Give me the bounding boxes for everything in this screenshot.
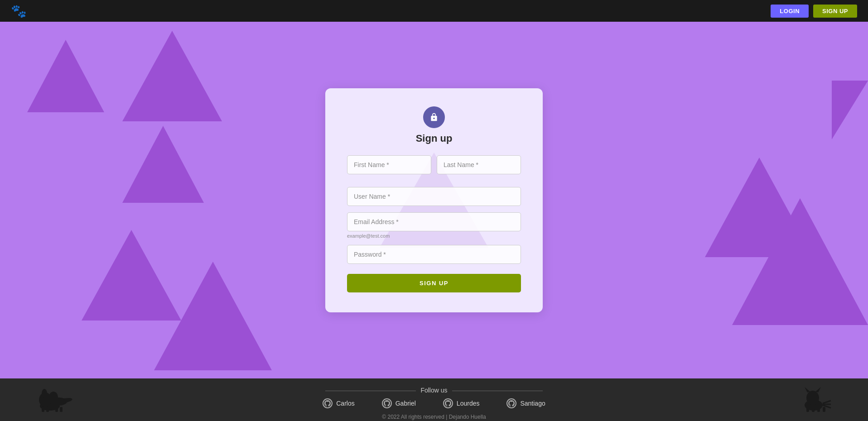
signup-submit-button[interactable]: SIGN UP: [347, 274, 521, 292]
main-content: Sign up example@test.com: [0, 22, 868, 378]
footer: Follow us Carlos Gabriel: [0, 378, 868, 421]
login-button[interactable]: LOGIN: [771, 5, 809, 18]
password-input[interactable]: [347, 245, 521, 264]
bg-triangle-8: [732, 198, 868, 325]
navbar-signup-button[interactable]: SIGN UP: [813, 5, 857, 18]
bg-triangle-2: [122, 31, 222, 121]
form-header: Sign up: [347, 106, 521, 144]
contributor-santiago: Santiago: [506, 398, 545, 408]
github-icon-lourdes[interactable]: [443, 398, 453, 408]
form-title: Sign up: [416, 133, 453, 144]
bg-triangle-4: [82, 230, 181, 321]
lock-icon: [423, 106, 445, 128]
footer-contributors: Carlos Gabriel Lourdes: [18, 398, 850, 408]
first-name-input[interactable]: [347, 155, 431, 174]
bg-triangle-6: [832, 81, 868, 139]
last-name-input[interactable]: [437, 155, 521, 174]
footer-copyright: © 2022 All rights reserved | Dejando Hue…: [18, 414, 850, 420]
bg-triangle-1: [27, 40, 104, 112]
bg-triangle-3: [122, 126, 204, 203]
github-icon-gabriel[interactable]: [382, 398, 392, 408]
contributor-carlos: Carlos: [323, 398, 354, 408]
bg-triangle-5: [154, 262, 272, 370]
contributor-gabriel-name: Gabriel: [395, 400, 416, 407]
first-name-group: [347, 155, 431, 174]
contributor-lourdes-name: Lourdes: [457, 400, 480, 407]
github-icon-carlos[interactable]: [323, 398, 333, 408]
footer-follow-label: Follow us: [18, 387, 850, 394]
contributor-lourdes: Lourdes: [443, 398, 480, 408]
signup-card: Sign up example@test.com: [325, 88, 543, 312]
github-icon-santiago[interactable]: [506, 398, 516, 408]
username-group: [347, 187, 521, 206]
email-hint: example@test.com: [347, 233, 521, 239]
bg-triangle-7: [705, 158, 814, 257]
username-input[interactable]: [347, 187, 521, 206]
last-name-group: [437, 155, 521, 174]
name-row: [347, 155, 521, 181]
contributor-carlos-name: Carlos: [336, 400, 354, 407]
email-input[interactable]: [347, 212, 521, 231]
contributor-gabriel: Gabriel: [382, 398, 416, 408]
footer-animals: Follow us Carlos Gabriel: [0, 387, 868, 414]
navbar-buttons: LOGIN SIGN UP: [771, 5, 857, 18]
contributor-santiago-name: Santiago: [520, 400, 545, 407]
logo-icon: 🐾: [11, 4, 27, 19]
navbar: 🐾 LOGIN SIGN UP: [0, 0, 868, 22]
password-group: [347, 245, 521, 264]
email-group: example@test.com: [347, 212, 521, 239]
